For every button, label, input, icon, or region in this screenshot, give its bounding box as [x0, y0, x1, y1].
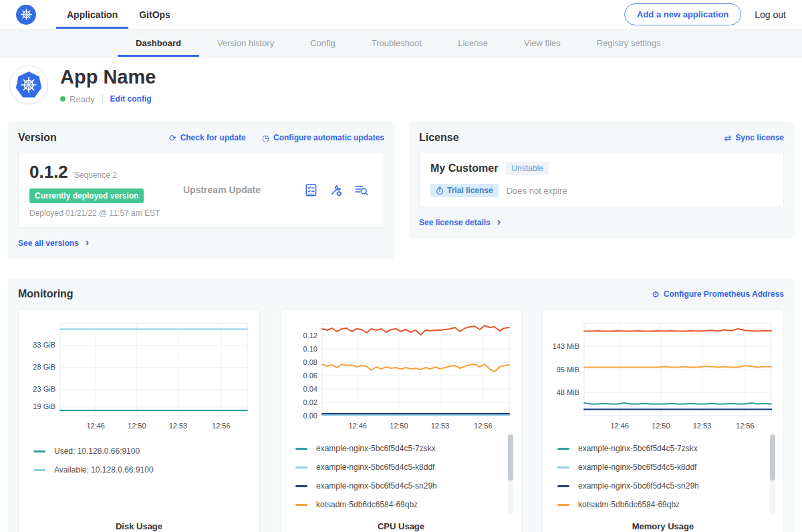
app-subnav: DashboardVersion historyConfigTroublesho… [0, 29, 802, 57]
current-version-panel: 0.1.2 Sequence 2 Currently deployed vers… [18, 152, 384, 228]
legend-swatch [295, 448, 307, 450]
legend-item: kotsadm-5db6dc6584-69qbz [295, 500, 515, 509]
legend-item: kotsadm-5db6dc6584-69qbz [557, 500, 777, 509]
monitoring-card: Monitoring ⚙ Configure Prometheus Addres… [8, 278, 794, 532]
license-card-title: License [419, 132, 459, 144]
channel-badge: Unstable [506, 162, 548, 175]
legend-item: example-nginx-5bc6f5d4c5-sn29h [295, 481, 515, 491]
svg-text:12:53: 12:53 [431, 422, 450, 430]
monitoring-title: Monitoring [18, 288, 74, 300]
legend-label: example-nginx-5bc6f5d4c5-k8ddf [316, 462, 434, 472]
legend-swatch [557, 467, 569, 469]
kubernetes-heptagon-icon [15, 72, 42, 98]
customer-name: My Customer [430, 162, 498, 174]
edit-config-link[interactable]: Edit config [110, 94, 152, 104]
legend-item: example-nginx-5bc6f5d4c5-k8ddf [295, 462, 515, 472]
svg-text:0.10: 0.10 [303, 345, 317, 353]
clock-icon: ◷ [262, 133, 269, 143]
license-expiry: Does not expire [507, 186, 567, 196]
logout-link[interactable]: Log out [755, 9, 786, 20]
tab-registry-settings[interactable]: Registry settings [579, 29, 679, 57]
tab-license[interactable]: License [440, 29, 506, 57]
svg-text:33 GiB: 33 GiB [33, 341, 55, 349]
svg-text:0.02: 0.02 [303, 398, 317, 406]
memory-usage-chart-card: 48 MiB95 MiB143 MiB12:4612:5012:5312:56e… [542, 309, 784, 532]
top-tab-application[interactable]: Application [56, 0, 128, 29]
legend-swatch [557, 448, 569, 450]
tab-dashboard[interactable]: Dashboard [118, 29, 199, 57]
tab-config[interactable]: Config [292, 29, 354, 57]
deployed-version-badge: Currently deployed version [29, 188, 144, 203]
kubernetes-logo[interactable] [16, 5, 36, 25]
legend-scrollbar[interactable] [508, 434, 513, 515]
scrollbar-thumb[interactable] [770, 434, 775, 481]
svg-text:48 MiB: 48 MiB [557, 388, 579, 396]
deploy-logs-icon[interactable] [354, 183, 369, 197]
svg-text:12:50: 12:50 [128, 422, 146, 430]
deployed-timestamp: Deployed 01/21/22 @ 11:57 am EST [29, 209, 183, 218]
svg-text:95 MiB: 95 MiB [557, 366, 579, 374]
svg-text:0.00: 0.00 [303, 412, 317, 420]
svg-text:0.04: 0.04 [303, 385, 317, 393]
memory-usage-title: Memory Usage [549, 521, 777, 531]
configure-prometheus-link[interactable]: ⚙ Configure Prometheus Address [652, 289, 784, 299]
version-card-title: Version [18, 132, 57, 144]
add-application-button[interactable]: Add a new application [624, 3, 741, 25]
legend-swatch [295, 485, 307, 487]
disk-usage-chart-card: 19 GiB23 GiB28 GiB33 GiB12:4612:5012:531… [18, 309, 260, 532]
legend-swatch [33, 450, 45, 452]
configure-automatic-updates-link[interactable]: ◷ Configure automatic updates [262, 133, 384, 143]
legend-label: example-nginx-5bc6f5d4c5-k8ddf [578, 462, 696, 472]
legend-scrollbar[interactable] [770, 434, 775, 515]
check-for-update-link[interactable]: ⟳ Check for update [169, 133, 246, 143]
license-panel: My Customer Unstable Tria [419, 152, 784, 207]
legend-swatch [557, 485, 569, 487]
svg-text:143 MiB: 143 MiB [553, 342, 579, 350]
helm-wheel-icon [20, 76, 37, 94]
scrollbar-thumb[interactable] [508, 434, 513, 481]
tab-view-files[interactable]: View files [506, 29, 579, 57]
svg-text:12:56: 12:56 [474, 422, 493, 430]
legend-swatch [33, 469, 45, 471]
svg-text:12:53: 12:53 [169, 422, 188, 430]
version-number: 0.1.2 [29, 162, 68, 182]
svg-text:0.06: 0.06 [303, 372, 317, 380]
stopwatch-icon [436, 186, 444, 195]
preflight-checklist-icon[interactable] [304, 183, 318, 197]
legend-item: example-nginx-5bc6f5d4c5-7zskx [295, 444, 515, 453]
tab-version-history[interactable]: Version history [199, 29, 292, 57]
tab-troubleshoot[interactable]: Troubleshoot [354, 29, 440, 57]
app-icon [9, 65, 48, 104]
legend-label: kotsadm-5db6dc6584-69qbz [316, 500, 418, 509]
legend-item: example-nginx-5bc6f5d4c5-k8ddf [557, 462, 777, 472]
page-title: App Name [60, 67, 156, 88]
top-tabs: ApplicationGitOps [56, 0, 181, 29]
svg-text:0.12: 0.12 [303, 331, 317, 340]
sync-license-link[interactable]: ⇄ Sync license [724, 133, 784, 143]
legend-label: example-nginx-5bc6f5d4c5-sn29h [316, 481, 437, 491]
cpu-usage-chart-card: 0.000.020.040.060.080.100.1212:4612:5012… [280, 309, 522, 532]
helm-wheel-icon [20, 8, 33, 21]
status-text: Ready [70, 94, 95, 104]
legend-label: kotsadm-5db6dc6584-69qbz [578, 500, 680, 509]
version-sequence: Sequence 2 [74, 170, 117, 180]
legend-item: example-nginx-5bc6f5d4c5-sn29h [557, 481, 777, 491]
svg-text:12:46: 12:46 [610, 422, 629, 430]
see-all-versions-link[interactable]: See all versions [18, 237, 89, 249]
legend-label: example-nginx-5bc6f5d4c5-sn29h [578, 481, 699, 491]
charts-row: 19 GiB23 GiB28 GiB33 GiB12:4612:5012:531… [18, 309, 784, 532]
legend-label: Available: 10.128.0.66:9100 [54, 465, 154, 475]
svg-text:12:50: 12:50 [390, 422, 408, 430]
legend-item: Used: 10.128.0.66:9100 [33, 446, 253, 456]
cpu-usage-plot: 0.000.020.040.060.080.100.1212:4612:5012… [287, 317, 515, 430]
svg-text:12:56: 12:56 [212, 422, 231, 430]
see-license-details-link[interactable]: See license details [419, 217, 501, 229]
config-wrench-icon[interactable] [329, 183, 343, 197]
legend-swatch [295, 504, 307, 506]
cpu-usage-title: CPU Usage [287, 521, 515, 531]
disk-usage-title: Disk Usage [25, 521, 253, 531]
refresh-icon: ⟳ [169, 133, 176, 143]
svg-text:12:46: 12:46 [86, 422, 105, 430]
top-tab-gitops[interactable]: GitOps [128, 0, 181, 29]
legend-label: example-nginx-5bc6f5d4c5-7zskx [316, 444, 436, 453]
